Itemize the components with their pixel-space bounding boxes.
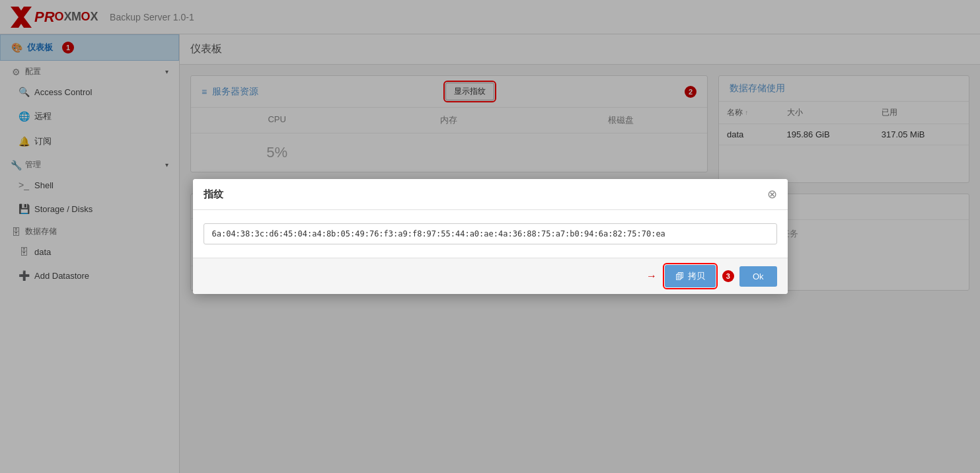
badge-copy: 3 bbox=[722, 270, 734, 282]
fingerprint-input[interactable] bbox=[204, 223, 777, 244]
modal-close-button[interactable]: ⊗ bbox=[767, 187, 777, 201]
ok-button[interactable]: Ok bbox=[739, 266, 777, 287]
modal-overlay: 指纹 ⊗ → 🗐 拷贝 3 Ok bbox=[0, 0, 980, 473]
copy-button[interactable]: 🗐 拷贝 bbox=[665, 265, 716, 287]
fingerprint-modal: 指纹 ⊗ → 🗐 拷贝 3 Ok bbox=[193, 179, 788, 294]
copy-btn-label: 拷贝 bbox=[688, 270, 705, 282]
copy-icon: 🗐 bbox=[675, 272, 684, 281]
arrow-icon: → bbox=[646, 270, 657, 282]
modal-title: 指纹 bbox=[204, 188, 223, 201]
